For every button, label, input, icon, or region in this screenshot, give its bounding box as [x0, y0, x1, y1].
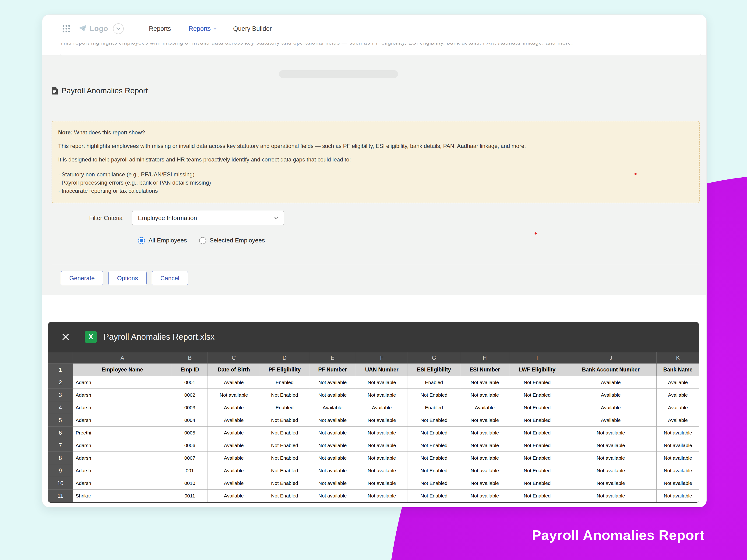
column-letter: J: [565, 352, 656, 364]
cell: Available: [309, 401, 356, 414]
cell: Not available: [565, 439, 656, 452]
cell: Available: [565, 414, 656, 427]
cell: Not available: [309, 477, 356, 489]
generate-button[interactable]: Generate: [61, 271, 103, 285]
note-intro: What does this report show?: [74, 129, 145, 136]
radio-selected-employees[interactable]: Selected Employees: [199, 237, 265, 244]
header-cell: Bank Name: [656, 364, 699, 376]
apps-grid-icon[interactable]: [62, 25, 71, 33]
row-number: 5: [48, 414, 73, 427]
nav-item-reports[interactable]: Reports: [149, 25, 171, 32]
cell: Not available: [309, 389, 356, 401]
cell: Not Enabled: [260, 389, 309, 401]
cell: Not available: [309, 464, 356, 477]
cell: Enabled: [260, 376, 309, 389]
logo-text: Logo: [89, 25, 108, 33]
cancel-button[interactable]: Cancel: [152, 271, 188, 285]
column-letter: D: [260, 352, 309, 364]
cell: Available: [208, 376, 260, 389]
table-row: 3Adarsh0002Not availableNot EnabledNot a…: [48, 389, 699, 401]
cell: Adarsh: [73, 452, 172, 464]
cell: Not Enabled: [408, 414, 460, 427]
cell: Not available: [460, 427, 509, 439]
cell: 0004: [172, 414, 208, 427]
header-cell: UAN Number: [356, 364, 408, 376]
chevron-down-icon: [274, 217, 279, 219]
cell: Not available: [656, 489, 699, 502]
spreadsheet-viewer: X Payroll Anomalies Report.xlsx ABCDEFGH…: [48, 322, 699, 503]
skeleton-bar: [279, 70, 398, 78]
cell: Available: [208, 489, 260, 502]
document-icon: [52, 87, 58, 95]
cell: Available: [565, 376, 656, 389]
cell: 0006: [172, 439, 208, 452]
cell: Available: [208, 414, 260, 427]
cell: 001: [172, 464, 208, 477]
cell: Not available: [309, 439, 356, 452]
column-letter: F: [356, 352, 408, 364]
cell: 0010: [172, 477, 208, 489]
cell: Not available: [356, 414, 408, 427]
cell: Not available: [460, 489, 509, 502]
chevron-down-icon: [116, 27, 121, 30]
cell: Not Enabled: [408, 389, 460, 401]
note-bullet: · Inaccurate reporting or tax calculatio…: [58, 187, 690, 195]
excel-file-icon: X: [85, 331, 97, 343]
cell: Not Enabled: [408, 452, 460, 464]
cell: 0011: [172, 489, 208, 502]
nav-item-reports-dropdown[interactable]: Reports: [189, 25, 217, 32]
cell: Adarsh: [73, 477, 172, 489]
options-button[interactable]: Options: [108, 271, 147, 285]
cell: Not Enabled: [509, 376, 565, 389]
cell: Not Enabled: [509, 401, 565, 414]
cell: Available: [208, 477, 260, 489]
cell: Available: [208, 427, 260, 439]
cell: Not available: [460, 464, 509, 477]
logo-dropdown-button[interactable]: [113, 23, 124, 34]
column-letter: C: [208, 352, 260, 364]
cell: Available: [208, 464, 260, 477]
cell: Not available: [656, 452, 699, 464]
header-cell: ESI Number: [460, 364, 509, 376]
top-nav: Logo Reports Reports Query Builder: [42, 15, 706, 43]
cell: Available: [565, 401, 656, 414]
cell: Adarsh: [73, 389, 172, 401]
column-letter: E: [309, 352, 356, 364]
cell: Not Enabled: [260, 477, 309, 489]
cell: Adarsh: [73, 401, 172, 414]
note-question: Note: What does this report show?: [58, 129, 690, 136]
close-button[interactable]: [61, 333, 70, 341]
cell: Not available: [356, 427, 408, 439]
cell: Not available: [356, 477, 408, 489]
row-number: 10: [48, 477, 73, 489]
nav-item-reports-dropdown-label: Reports: [189, 25, 211, 32]
table-row: 2Adarsh0001AvailableEnabledNot available…: [48, 376, 699, 389]
nav-item-query-builder[interactable]: Query Builder: [233, 25, 272, 32]
cell: Not Enabled: [408, 489, 460, 502]
cell: Not available: [565, 452, 656, 464]
cell: Not Enabled: [509, 477, 565, 489]
filter-criteria-select[interactable]: Employee Information: [132, 211, 284, 225]
filter-criteria-label: Filter Criteria: [52, 215, 123, 221]
column-letter: G: [408, 352, 460, 364]
note-bullet: · Statutory non-compliance (e.g., PF/UAN…: [58, 170, 690, 179]
cell: Not available: [356, 452, 408, 464]
cell: Not available: [460, 389, 509, 401]
header-cell: PF Number: [309, 364, 356, 376]
cell: Not Enabled: [509, 489, 565, 502]
overlay-caption: Payroll Anomalies Report: [532, 527, 704, 543]
logo[interactable]: Logo: [78, 25, 108, 33]
cell: Available: [460, 401, 509, 414]
cell: Enabled: [408, 376, 460, 389]
column-letter: A: [73, 352, 172, 364]
column-letter: B: [172, 352, 208, 364]
table-row: 11Shrikar0011AvailableNot EnabledNot ava…: [48, 489, 699, 502]
note-paragraph-2: It is designed to help payroll administr…: [58, 156, 690, 163]
cell: 0007: [172, 452, 208, 464]
column-letter: H: [460, 352, 509, 364]
page: Logo Reports Reports Query Builder This …: [0, 0, 747, 560]
cell: 0003: [172, 401, 208, 414]
cell: Not Enabled: [509, 452, 565, 464]
radio-selected-employees-label: Selected Employees: [210, 237, 265, 244]
radio-all-employees[interactable]: All Employees: [138, 237, 187, 244]
